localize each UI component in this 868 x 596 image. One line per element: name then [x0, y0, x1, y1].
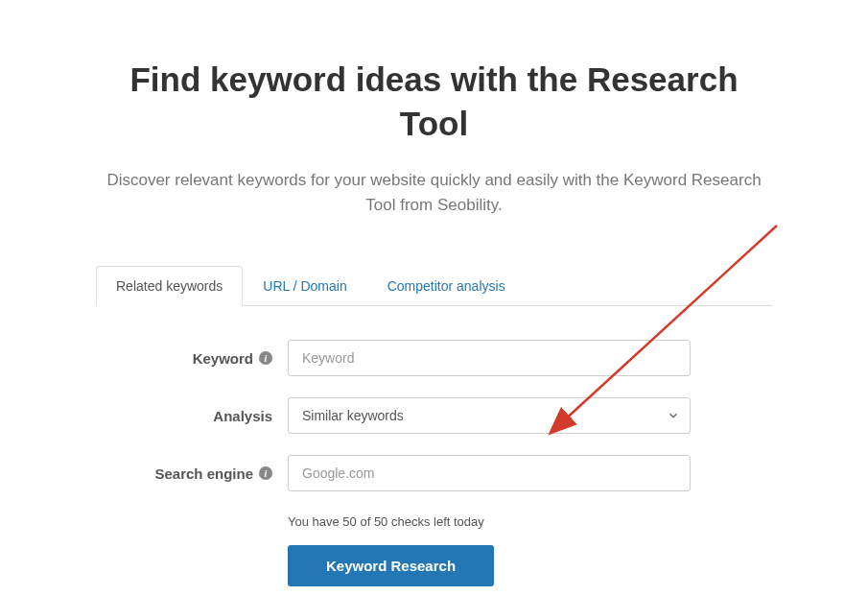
- search-engine-label: Search engine i: [96, 465, 288, 482]
- search-engine-input[interactable]: [288, 455, 691, 491]
- analysis-label: Analysis: [96, 408, 288, 424]
- page-title: Find keyword ideas with the Research Too…: [96, 58, 772, 145]
- tab-url-domain[interactable]: URL / Domain: [243, 266, 366, 306]
- info-icon[interactable]: i: [259, 466, 272, 480]
- page-subtitle: Discover relevant keywords for your webs…: [96, 168, 772, 217]
- info-icon[interactable]: i: [259, 351, 272, 365]
- tabs-nav: Related keywords URL / Domain Competitor…: [96, 265, 772, 306]
- tab-competitor-analysis[interactable]: Competitor analysis: [367, 266, 526, 306]
- tab-related-keywords[interactable]: Related keywords: [96, 266, 243, 306]
- analysis-select[interactable]: Similar keywords: [288, 397, 691, 434]
- keyword-input[interactable]: [288, 340, 691, 376]
- search-engine-label-text: Search engine: [154, 465, 253, 482]
- keyword-label: Keyword i: [96, 350, 288, 367]
- keyword-label-text: Keyword: [193, 350, 253, 367]
- analysis-label-text: Analysis: [213, 408, 272, 424]
- keyword-research-button[interactable]: Keyword Research: [288, 545, 494, 586]
- checks-remaining-text: You have 50 of 50 checks left today: [288, 514, 484, 529]
